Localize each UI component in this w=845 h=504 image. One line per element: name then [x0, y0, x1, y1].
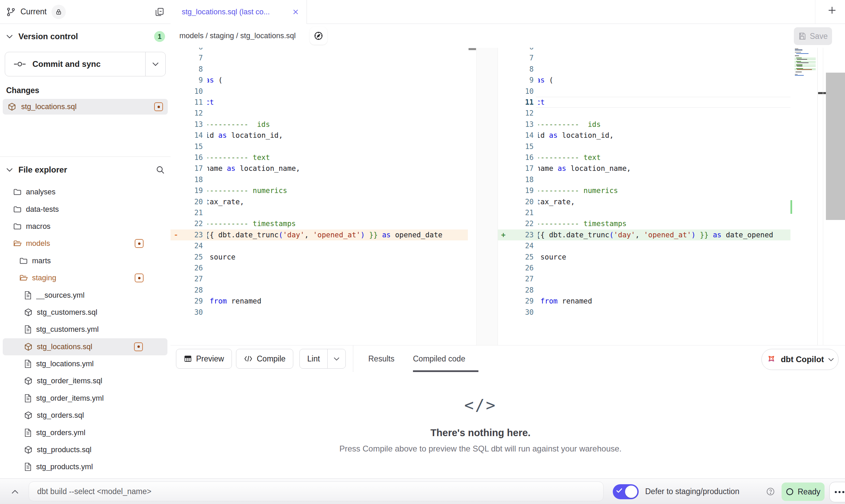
code-line-20: 20tax_rate, [171, 196, 468, 207]
save-floppy-icon [798, 32, 806, 40]
tab-compiled-code[interactable]: Compiled code [413, 345, 465, 372]
command-input[interactable]: dbt build --select <model_name> [29, 481, 604, 501]
code-line-14: 14id as location_id, [498, 130, 790, 141]
code-line-20: 20tax_rate, [498, 196, 790, 207]
sidebar-item-stg-products-sql[interactable]: stg_products.sql [0, 441, 170, 458]
collapse-command-bar-button[interactable] [8, 485, 23, 499]
left-pane-scrollbar[interactable] [468, 48, 476, 345]
code-line-26: 26 [498, 263, 790, 273]
folder-open-icon [19, 273, 28, 282]
file-explorer-header[interactable]: File explorer [6, 161, 165, 179]
code-line-12: 12 [171, 108, 468, 119]
item-label: staging [32, 273, 131, 282]
minimap-slider[interactable] [818, 92, 826, 94]
item-label: macros [26, 222, 165, 231]
changed-file-row[interactable]: stg_locations.sql [3, 99, 168, 115]
page-scrollbar-thumb[interactable] [826, 73, 845, 220]
dbt-copilot-button[interactable]: dbt Copilot [761, 349, 839, 370]
line-number: 29 [171, 296, 203, 307]
code-line-7: 7 [171, 53, 468, 63]
sidebar-item-marts[interactable]: marts [0, 252, 170, 269]
diff-splitter[interactable] [476, 48, 498, 345]
branch-name: Current [20, 7, 47, 16]
sidebar-item-stg-orders-sql[interactable]: stg_orders.sql [0, 407, 170, 424]
sidebar-item-macros[interactable]: macros [0, 218, 170, 235]
breadcrumb-bar: models / staging / stg_locations.sql Sav… [171, 24, 845, 48]
sidebar-item-stg-locations-sql[interactable]: stg_locations.sql [3, 338, 167, 355]
results-tab-label: Results [368, 354, 395, 364]
changes-section-label: Changes [6, 86, 39, 95]
code-line-17: 17name as location_name, [171, 163, 468, 174]
status-bar: dbt build --select <model_name> Defer to… [0, 478, 845, 504]
sidebar-item-stg-locations-yml[interactable]: stg_locations.yml [0, 355, 170, 372]
lineage-button[interactable] [310, 27, 327, 45]
sidebar-item-data-tests[interactable]: data-tests [0, 201, 170, 218]
item-label: stg_order_items.yml [36, 394, 165, 403]
file-icon [24, 359, 32, 368]
version-control-title: Version control [18, 32, 149, 41]
line-number: 12 [171, 108, 203, 119]
duplicate-icon[interactable] [155, 7, 164, 17]
minimap[interactable] [795, 48, 817, 117]
line-number: 18 [498, 174, 534, 185]
sidebar-item-stg-customers-yml[interactable]: stg_customers.yml [0, 321, 170, 338]
more-options-button[interactable] [829, 482, 845, 502]
line-number: 27 [171, 273, 203, 284]
modified-badge [135, 239, 144, 248]
close-icon[interactable] [292, 9, 299, 15]
sidebar-item--sources-yml[interactable]: __sources.yml [0, 286, 170, 303]
code-line-29: 29 from renamed [498, 296, 790, 307]
commit-options-caret[interactable] [145, 52, 165, 76]
folder-icon [19, 256, 28, 265]
commit-and-sync-button[interactable]: Commit and sync [5, 52, 166, 76]
line-number: 28 [171, 285, 203, 296]
line-number: 9 [498, 75, 534, 86]
sidebar-item-models[interactable]: models [0, 235, 170, 252]
compile-button[interactable]: Compile [236, 349, 293, 369]
code-line-25: 25 source [171, 252, 468, 263]
ide-status-badge[interactable]: Ready [782, 483, 825, 501]
new-tab-button[interactable] [824, 2, 840, 18]
code-line-17: 17name as location_name, [498, 163, 790, 174]
line-number: 12 [498, 108, 534, 119]
item-label: stg_locations.sql [37, 342, 130, 351]
chevron-down-icon [6, 34, 13, 39]
sidebar-item-stg-orders-yml[interactable]: stg_orders.yml [0, 424, 170, 441]
code-line-8: 8 [498, 64, 790, 75]
item-label: models [26, 239, 131, 248]
left-pane-scrollbar-thumb[interactable] [469, 48, 476, 50]
tab-results[interactable]: Results [368, 345, 395, 372]
tab-label: stg_locations.sql (last co... [182, 8, 286, 16]
preview-button[interactable]: Preview [176, 349, 232, 369]
code-line-8: 8 [171, 64, 468, 75]
version-control-header[interactable]: Version control 1 [6, 29, 165, 44]
help-icon[interactable] [766, 487, 775, 496]
code-line-6: 6 [171, 48, 468, 53]
search-icon[interactable] [155, 165, 165, 175]
branch-bar[interactable]: Current [0, 0, 171, 24]
copilot-sparkle-icon [766, 354, 777, 365]
line-number: 26 [498, 263, 534, 273]
item-label: marts [32, 256, 165, 265]
lint-button[interactable]: Lint [300, 349, 327, 368]
sidebar-item-analyses[interactable]: analyses [0, 183, 170, 201]
sidebar-item-stg-products-yml[interactable]: stg_products.yml [0, 458, 170, 475]
sidebar-item-stg-order-items-sql[interactable]: stg_order_items.sql [0, 372, 170, 389]
save-button[interactable]: Save [794, 27, 832, 45]
compile-label: Compile [257, 354, 285, 364]
diff-pane-modified[interactable]: 6789as (1011ct1213---------- ids14id as … [498, 48, 790, 345]
breadcrumb: models / staging / stg_locations.sql [179, 24, 296, 48]
line-number: 8 [171, 64, 203, 75]
diff-pane-original[interactable]: 6789as (1011ct1213---------- ids14id as … [171, 48, 468, 345]
lint-options-caret[interactable] [327, 349, 345, 368]
code-line-23: -23{{ dbt.date_trunc('day', 'opened_at')… [171, 229, 468, 240]
sidebar-item-stg-order-items-yml[interactable]: stg_order_items.yml [0, 390, 170, 407]
sidebar-item-stg-customers-sql[interactable]: stg_customers.sql [0, 304, 170, 321]
code-line-18: 18 [498, 174, 790, 185]
tab-stg-locations[interactable]: stg_locations.sql (last co... [171, 0, 307, 24]
folder-icon [13, 188, 22, 196]
sidebar-item-staging[interactable]: staging [0, 269, 170, 286]
defer-toggle[interactable] [613, 484, 639, 499]
line-number: 14 [498, 130, 534, 141]
copilot-label: dbt Copilot [781, 355, 824, 364]
